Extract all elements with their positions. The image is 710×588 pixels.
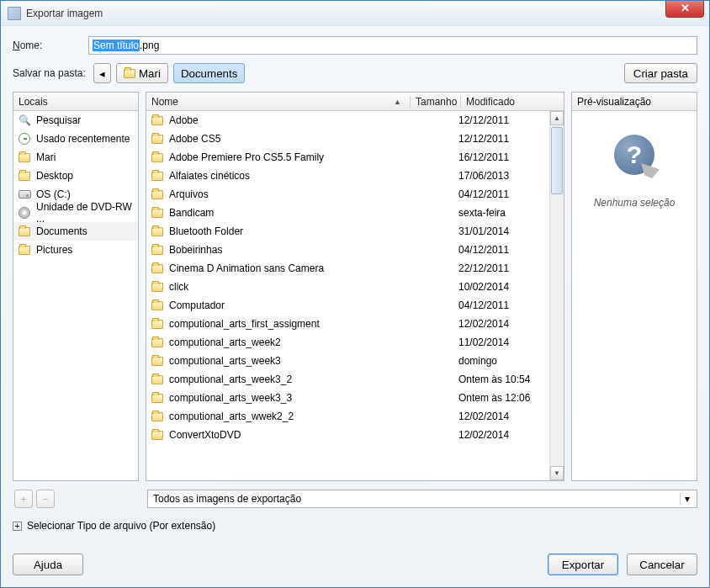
sort-asc-icon: ▲ bbox=[394, 98, 401, 106]
folder-icon bbox=[18, 169, 31, 183]
folder-icon bbox=[151, 206, 164, 220]
scroll-up-button[interactable]: ▲ bbox=[550, 111, 564, 125]
path-back-button[interactable]: ◂ bbox=[93, 63, 111, 83]
no-selection-label: Nenhuma seleção bbox=[594, 197, 676, 209]
scroll-thumb[interactable] bbox=[551, 127, 563, 194]
places-panel: Locais PesquisarUsado recentementeMariDe… bbox=[13, 92, 139, 481]
file-row[interactable]: Adobe CS512/12/2011 bbox=[146, 130, 549, 148]
file-row[interactable]: Bandicamsexta-feira bbox=[146, 204, 549, 222]
window-title: Exportar imagem bbox=[26, 8, 103, 19]
place-item[interactable]: Mari bbox=[13, 148, 138, 167]
folder-icon bbox=[18, 225, 31, 238]
recent-icon bbox=[18, 132, 31, 146]
filename-row: Nome: Sem título.png bbox=[13, 36, 697, 55]
file-row[interactable]: Bluetooth Folder31/01/2014 bbox=[146, 222, 549, 241]
drive-icon bbox=[18, 188, 31, 201]
plus-icon: + bbox=[13, 522, 22, 531]
file-row[interactable]: Adobe12/12/2011 bbox=[146, 111, 549, 130]
folder-icon bbox=[151, 391, 164, 405]
name-label: Nome: bbox=[13, 40, 88, 51]
place-item[interactable]: Pictures bbox=[13, 241, 138, 259]
places-header: Locais bbox=[13, 93, 138, 111]
preview-panel: Pré-visualização ? Nenhuma seleção bbox=[571, 92, 697, 481]
folder-icon bbox=[151, 428, 164, 442]
folder-icon bbox=[151, 151, 164, 164]
folder-icon bbox=[18, 243, 31, 257]
search-icon bbox=[18, 114, 31, 127]
files-scrollbar[interactable]: ▲ ▼ bbox=[549, 111, 564, 480]
file-row[interactable]: computional_arts_week211/02/2014 bbox=[146, 333, 549, 352]
titlebar[interactable]: Exportar imagem ✕ bbox=[1, 1, 709, 26]
files-list: Adobe12/12/2011Adobe CS512/12/2011Adobe … bbox=[146, 111, 564, 480]
scroll-track[interactable] bbox=[550, 125, 564, 466]
place-item[interactable]: Usado recentemente bbox=[13, 130, 138, 148]
path-seg-0[interactable]: Mari bbox=[116, 63, 168, 83]
filetype-combo[interactable]: Todos as imagens de exportação ▾ bbox=[147, 490, 697, 508]
place-item[interactable]: Desktop bbox=[13, 167, 138, 185]
folder-icon bbox=[151, 188, 164, 201]
folder-icon bbox=[18, 151, 31, 164]
folder-icon bbox=[151, 225, 164, 238]
places-list: PesquisarUsado recentementeMariDesktopOS… bbox=[13, 111, 138, 480]
folder-icon bbox=[151, 169, 164, 183]
close-button[interactable]: ✕ bbox=[665, 1, 704, 18]
file-row[interactable]: click10/02/2014 bbox=[146, 278, 549, 296]
file-row[interactable]: computional_arts_first_assigment12/02/20… bbox=[146, 315, 549, 333]
folder-icon bbox=[151, 243, 164, 257]
export-dialog: Exportar imagem ✕ Nome: Sem título.png S… bbox=[0, 0, 710, 588]
path-row: Salvar na pasta: ◂ Mari Documents Criar … bbox=[13, 63, 697, 83]
savein-label: Salvar na pasta: bbox=[13, 67, 88, 79]
folder-icon bbox=[151, 262, 164, 275]
remove-bookmark-button[interactable]: － bbox=[36, 490, 55, 508]
app-icon bbox=[8, 7, 21, 20]
folder-icon bbox=[151, 299, 164, 312]
file-row[interactable]: computional_arts_week3_2Ontem às 10:54 bbox=[146, 370, 549, 389]
folder-icon bbox=[124, 69, 135, 78]
filename-ext: .png bbox=[140, 40, 159, 51]
folder-icon bbox=[151, 336, 164, 349]
folder-icon bbox=[151, 354, 164, 368]
combo-dropdown-icon[interactable]: ▾ bbox=[680, 493, 693, 505]
file-row[interactable]: Cinema D Animation sans Camera22/12/2011 bbox=[146, 259, 549, 278]
file-row[interactable]: Alfaiates cinéticos17/06/2013 bbox=[146, 167, 549, 185]
cancel-button[interactable]: Cancelar bbox=[627, 554, 697, 575]
filter-row: ＋ － Todos as imagens de exportação ▾ bbox=[13, 490, 697, 508]
folder-icon bbox=[151, 410, 164, 423]
file-row[interactable]: Arquivos04/12/2011 bbox=[146, 185, 549, 204]
add-bookmark-button[interactable]: ＋ bbox=[14, 490, 33, 508]
file-row[interactable]: computional_arts_week3domingo bbox=[146, 352, 549, 370]
files-header[interactable]: Nome▲ Tamanho Modificado bbox=[146, 93, 564, 111]
export-button[interactable]: Exportar bbox=[548, 554, 618, 575]
place-item[interactable]: Pesquisar bbox=[13, 111, 138, 130]
path-seg-1[interactable]: Documents bbox=[173, 63, 245, 83]
file-row[interactable]: Adobe Premiere Pro CS5.5 Family16/12/201… bbox=[146, 148, 549, 167]
help-button[interactable]: Ajuda bbox=[13, 554, 83, 575]
file-row[interactable]: computional_arts_wwek2_212/02/2014 bbox=[146, 407, 549, 426]
folder-icon bbox=[151, 280, 164, 294]
dialog-body: Nome: Sem título.png Salvar na pasta: ◂ … bbox=[1, 26, 709, 587]
folder-icon bbox=[151, 114, 164, 127]
file-row[interactable]: computional_arts_week3_3Ontem às 12:06 bbox=[146, 389, 549, 407]
folder-icon bbox=[151, 132, 164, 146]
scroll-down-button[interactable]: ▼ bbox=[550, 466, 564, 480]
place-item[interactable]: Unidade de DVD-RW ... bbox=[13, 204, 138, 222]
file-row[interactable]: ConvertXtoDVD12/02/2014 bbox=[146, 426, 549, 444]
place-item[interactable]: Documents bbox=[13, 222, 138, 241]
create-folder-button[interactable]: Criar pasta bbox=[624, 63, 697, 83]
files-panel: Nome▲ Tamanho Modificado Adobe12/12/2011… bbox=[146, 92, 564, 481]
footer: Ajuda Exportar Cancelar bbox=[13, 554, 697, 575]
folder-icon bbox=[151, 317, 164, 331]
file-row[interactable]: Bobeirinhas04/12/2011 bbox=[146, 241, 549, 259]
folder-icon bbox=[151, 373, 164, 386]
filetype-expander[interactable]: + Selecionar Tipo de arquivo (Por extens… bbox=[13, 520, 697, 532]
filename-selected: Sem título bbox=[93, 40, 140, 51]
dvd-icon bbox=[18, 206, 31, 220]
preview-header: Pré-visualização bbox=[572, 93, 697, 111]
file-row[interactable]: Computador04/12/2011 bbox=[146, 296, 549, 315]
question-icon: ? bbox=[614, 135, 654, 175]
filename-input[interactable]: Sem título.png bbox=[88, 36, 697, 55]
panes: Locais PesquisarUsado recentementeMariDe… bbox=[13, 92, 697, 481]
